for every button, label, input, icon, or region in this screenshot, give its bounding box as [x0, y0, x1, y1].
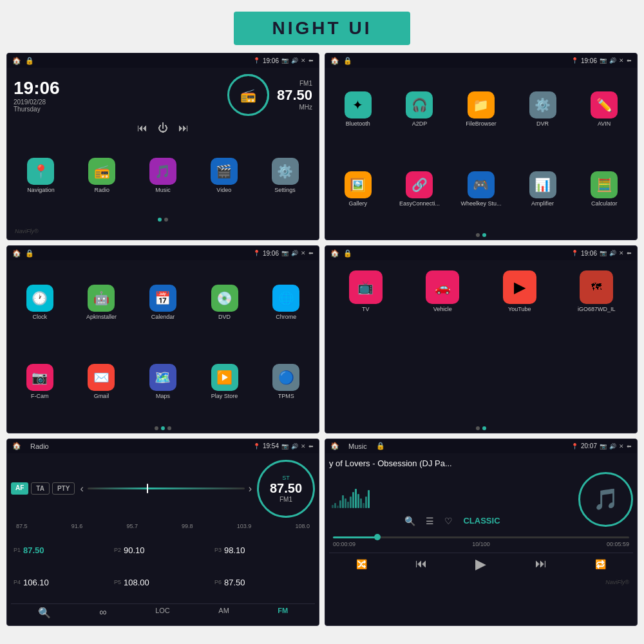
close-icon-6[interactable]: ✕ [619, 443, 624, 450]
radio-loc-btn[interactable]: LOC [155, 607, 170, 619]
dot-2-2 [482, 233, 486, 237]
home-icon-4[interactable]: 🏠 [330, 249, 339, 258]
app-tpms-label: TPMS [278, 393, 294, 399]
close-icon-2[interactable]: ✕ [619, 57, 624, 64]
freq-next-btn[interactable]: › [249, 483, 252, 495]
back-icon-4[interactable]: ⬅ [627, 250, 632, 256]
app-dvd[interactable]: 💿 DVD [194, 263, 255, 341]
app-navigation[interactable]: 📍 Navigation [11, 138, 71, 213]
back-icon-1[interactable]: ⬅ [308, 57, 314, 64]
preset-p5[interactable]: P5 108.00 [114, 567, 212, 597]
app-settings[interactable]: ⚙️ Settings [255, 138, 315, 213]
back-icon-5[interactable]: ⬅ [308, 443, 314, 450]
wave-bar-11 [357, 494, 359, 508]
app-calculator[interactable]: 🧮 Calculator [574, 150, 634, 229]
back-icon-3[interactable]: ⬅ [308, 250, 314, 256]
music-repeat-btn[interactable]: 🔁 [595, 559, 606, 569]
app-vehicle[interactable]: 🚗 Vehicle [405, 268, 481, 315]
app-music[interactable]: 🎵 Music [133, 138, 193, 213]
close-icon-4[interactable]: ✕ [619, 250, 624, 256]
home-icon-5[interactable]: 🏠 [12, 442, 21, 450]
preset-p6[interactable]: P6 87.50 [214, 567, 312, 597]
app-youtube[interactable]: ▶ YouTube [482, 268, 558, 315]
music-play-btn[interactable]: ▶ [475, 556, 486, 573]
radio-loop-btn[interactable]: ∞ [99, 607, 106, 619]
screen-4-media: 🏠 🔒 📍 19:06 📷 🔊 ✕ ⬅ 📺 TV 🚗 Vehicle [325, 245, 638, 433]
freq-label-3: 95.7 [126, 523, 138, 529]
radio-screen-title: Radio [25, 441, 54, 451]
app-radio[interactable]: 📻 Radio [72, 138, 132, 213]
camera-icon-1: 📷 [281, 57, 289, 64]
volume-icon-3: 🔊 [291, 250, 298, 256]
lock-icon-4: 🔒 [343, 249, 352, 258]
app-apkinstaller[interactable]: 🤖 ApkInstaller [71, 263, 132, 341]
app-playstore[interactable]: ▶️ Play Store [194, 343, 255, 421]
next-btn[interactable]: ⏭ [178, 122, 189, 134]
power-btn[interactable]: ⏻ [158, 122, 168, 134]
app-easyconnect-label: EasyConnecti... [399, 200, 440, 207]
preset-p3[interactable]: P3 98.10 [214, 536, 312, 565]
app-wheelkey[interactable]: 🎮 Wheelkey Stu... [451, 150, 511, 229]
music-genre-label[interactable]: CLASSIC [463, 516, 500, 526]
home-icon-3[interactable]: 🏠 [12, 249, 21, 258]
freq-label-4: 99.8 [182, 523, 193, 529]
music-list-btn[interactable]: ☰ [426, 516, 434, 526]
app-fcam[interactable]: 📷 F-Cam [10, 343, 70, 421]
radio-pty-btn[interactable]: PTY [52, 482, 75, 495]
app-a2dp[interactable]: 🎧 A2DP [390, 70, 450, 149]
freq-prev-btn[interactable]: ‹ [80, 483, 83, 495]
close-icon-3[interactable]: ✕ [301, 250, 306, 256]
app-gallery[interactable]: 🖼️ Gallery [328, 150, 388, 229]
page-dots-3 [7, 424, 319, 433]
music-fav-btn[interactable]: ♡ [444, 516, 453, 526]
music-search-btn[interactable]: 🔍 [404, 516, 415, 526]
home-icon-1[interactable]: 🏠 [12, 57, 21, 65]
volume-icon-1: 🔊 [291, 57, 298, 64]
radio-search-btn[interactable]: 🔍 [38, 607, 51, 619]
prev-btn[interactable]: ⏮ [137, 122, 147, 134]
music-lock-icon: 🔒 [376, 442, 385, 450]
app-amplifier[interactable]: 📊 Amplifier [513, 150, 573, 229]
freq-label-1: 87.5 [16, 523, 28, 529]
clock-date: 2019/02/28 [14, 99, 60, 106]
app-tpms[interactable]: 🔵 TPMS [256, 343, 316, 421]
music-next-btn[interactable]: ⏭ [535, 557, 547, 571]
fm-freq: 87.50 [277, 87, 312, 104]
radio-fm-btn[interactable]: FM [278, 607, 288, 619]
close-icon-1[interactable]: ✕ [301, 57, 306, 64]
app-apkinstaller-label: ApkInstaller [86, 314, 117, 320]
app-calendar-label: Calendar [151, 314, 175, 320]
dot-3-3 [167, 426, 171, 430]
home-icon-6[interactable]: 🏠 [330, 442, 339, 450]
preset-p4[interactable]: P4 106.10 [14, 567, 111, 597]
preset-p1[interactable]: P1 87.50 [14, 536, 111, 565]
music-prev-btn[interactable]: ⏮ [415, 557, 427, 571]
radio-am-btn[interactable]: AM [218, 607, 229, 619]
app-clock[interactable]: 🕐 Clock [10, 263, 70, 341]
app-dvr[interactable]: ⚙️ DVR [513, 70, 573, 149]
app-igo[interactable]: 🗺 iGO687WD_IL [559, 268, 635, 315]
app-bluetooth[interactable]: ✦ Bluetooth [328, 70, 388, 149]
app-tv[interactable]: 📺 TV [328, 268, 404, 315]
close-icon-5[interactable]: ✕ [301, 443, 306, 450]
radio-ta-btn[interactable]: TA [31, 482, 50, 495]
clock-display: 19:06 2019/02/28 Thursday [14, 78, 60, 113]
app-video[interactable]: 🎬 Video [194, 138, 254, 213]
radio-st-display: ST 87.50 FM1 [257, 460, 315, 518]
app-filebrowser[interactable]: 📁 FileBrowser [451, 70, 511, 149]
app-easyconnect[interactable]: 🔗 EasyConnecti... [390, 150, 450, 229]
music-shuffle-btn[interactable]: 🔀 [356, 559, 367, 569]
app-chrome[interactable]: 🌐 Chrome [256, 263, 316, 341]
radio-af-btn[interactable]: AF [11, 482, 28, 495]
app-calendar[interactable]: 📅 Calendar [133, 263, 193, 341]
app-gmail[interactable]: ✉️ Gmail [71, 343, 132, 421]
music-screen-title: Music [343, 441, 372, 451]
preset-p2[interactable]: P2 90.10 [114, 536, 212, 565]
back-icon-2[interactable]: ⬅ [627, 57, 632, 64]
progress-handle[interactable] [374, 534, 381, 540]
wave-bar-12 [360, 498, 362, 508]
app-maps[interactable]: 🗺️ Maps [133, 343, 193, 421]
app-avin[interactable]: ✏️ AVIN [574, 70, 634, 149]
home-icon-2[interactable]: 🏠 [330, 57, 339, 65]
back-icon-6[interactable]: ⬅ [627, 443, 632, 450]
